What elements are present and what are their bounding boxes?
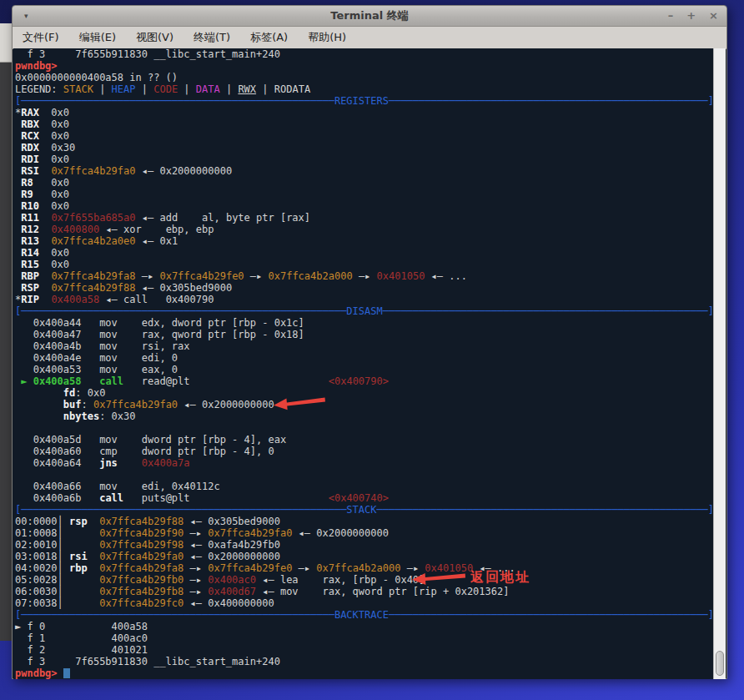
terminal-line: 0x400a4e mov edi, 0 (15, 352, 716, 364)
terminal-line: 06:0030│ 0x7ffca4b29fb8 —▸ 0x400d67 ◂— m… (15, 586, 716, 597)
terminal-line: ► 0x400a58 call read@plt <0x400790> (15, 375, 716, 387)
terminal-line: RSI 0x7ffca4b29fa0 ◂— 0x2000000000 (15, 165, 716, 177)
terminal-line: 07:0038│ 0x7ffca4b29fc0 ◂— 0x400000000 (15, 597, 716, 609)
terminal-line: RBP 0x7ffca4b29fa8 —▸ 0x7ffca4b29fe0 —▸ … (15, 270, 716, 282)
menu-bar: 文件(F) 编辑(E) 视图(V) 终端(T) 标签(A) 帮助(H) (13, 27, 726, 49)
close-button[interactable]: × (709, 6, 718, 26)
terminal-line: 0x400a6b call puts@plt <0x400740> (15, 492, 716, 504)
terminal-line: f 3 7f655b911830 __libc_start_main+240 (15, 656, 716, 667)
terminal-line: 02:0010│ 0x7ffca4b29f98 ◂— 0xafa4b29fb0 (15, 539, 716, 551)
terminal-line: R13 0x7ffca4b2a0e0 ◂— 0x1 (15, 235, 716, 247)
terminal-window: ▾ Terminal 终端 – + × 文件(F) 编辑(E) 视图(V) 终端… (12, 5, 727, 679)
terminal-line: RDX 0x30 (15, 142, 716, 154)
menu-item-terminal[interactable]: 终端(T) (183, 30, 240, 45)
terminal-line: buf: 0x7ffca4b29fa0 ◂— 0x2000000000 (15, 399, 716, 410)
maximize-button[interactable]: + (686, 6, 696, 26)
terminal-line: 00:0000│ rsp 0x7ffca4b29f88 ◂— 0x305bed9… (15, 516, 716, 527)
menu-item-view[interactable]: 视图(V) (126, 30, 183, 45)
terminal-line: R10 0x0 (15, 200, 716, 212)
background-window-edge (0, 23, 12, 641)
terminal-line: 03:0018│ rsi 0x7ffca4b29fa0 ◂— 0x2000000… (15, 551, 716, 562)
terminal-section-header: [───────────────────────────────────────… (15, 504, 716, 516)
window-title: Terminal 终端 (13, 8, 726, 23)
terminal-line: 0x400a4b mov rsi, rax (15, 340, 716, 352)
terminal-line: 0x400a66 mov edi, 0x40112c (15, 481, 716, 492)
terminal-line: LEGEND: STACK | HEAP | CODE | DATA | RWX… (15, 83, 716, 95)
terminal-line: RDI 0x0 (15, 154, 716, 165)
terminal-line: f 3 7f655b911830 __libc_start_main+240 (15, 48, 716, 60)
terminal-line: 0x400a60 cmp dword ptr [rbp - 4], 0 (15, 446, 716, 457)
terminal-line: 0x400a64 jns 0x400a7a (15, 457, 716, 469)
terminal-line: *RAX 0x0 (15, 107, 716, 118)
terminal-cursor (63, 668, 70, 678)
terminal-line: 0x400a5d mov dword ptr [rbp - 4], eax (15, 434, 716, 446)
terminal-line: pwndbg> (15, 667, 716, 679)
terminal-section-header: [───────────────────────────────────────… (15, 305, 716, 317)
terminal-line: ► f 0 400a58 (15, 621, 716, 632)
window-menu-arrow-icon[interactable]: ▾ (24, 12, 28, 20)
terminal-line: R12 0x400800 ◂— xor ebp, ebp (15, 224, 716, 235)
terminal-line: R11 0x7f655ba685a0 ◂— add al, byte ptr [… (15, 212, 716, 224)
terminal-line: fd: 0x0 (15, 387, 716, 399)
terminal-line: 05:0028│ 0x7ffca4b29fb0 —▸ 0x400ac0 ◂— l… (15, 574, 716, 586)
terminal-line (15, 469, 716, 481)
menu-item-help[interactable]: 帮助(H) (298, 30, 356, 45)
terminal-line: f 2 401021 (15, 644, 716, 656)
background-window-edge-top (0, 23, 12, 63)
title-bar[interactable]: ▾ Terminal 终端 – + × (13, 6, 726, 27)
terminal-line: R14 0x0 (15, 247, 716, 259)
terminal-line: R15 0x0 (15, 259, 716, 270)
minimize-button[interactable]: – (668, 6, 674, 26)
terminal-line: 0x400a47 mov rax, qword ptr [rbp - 0x18] (15, 329, 716, 340)
terminal-line: 0x400a53 mov eax, 0 (15, 364, 716, 375)
terminal-section-header: [───────────────────────────────────────… (15, 95, 716, 107)
scrollbar[interactable] (713, 48, 726, 679)
terminal-section-header: [───────────────────────────────────────… (15, 609, 716, 621)
terminal-line: f 1 400ac0 (15, 632, 716, 644)
scrollbar-thumb[interactable] (716, 651, 724, 676)
terminal-line: 0x400a44 mov edx, dword ptr [rbp - 0x1c] (15, 317, 716, 329)
terminal-line: *RIP 0x400a58 ◂— call 0x400790 (15, 294, 716, 305)
terminal-line: RBX 0x0 (15, 118, 716, 130)
menu-item-tabs[interactable]: 标签(A) (240, 30, 298, 45)
menu-item-edit[interactable]: 编辑(E) (69, 30, 126, 45)
menu-item-file[interactable]: 文件(F) (13, 30, 69, 45)
terminal-line: 04:0020│ rbp 0x7ffca4b29fa8 —▸ 0x7ffca4b… (15, 562, 716, 574)
terminal-output[interactable]: f 3 7f655b911830 __libc_start_main+240pw… (13, 48, 716, 679)
terminal-line: RCX 0x0 (15, 130, 716, 142)
terminal-line: RSP 0x7ffca4b29f88 ◂— 0x305bed9000 (15, 282, 716, 294)
terminal-line: 01:0008│ 0x7ffca4b29f90 —▸ 0x7ffca4b29fa… (15, 527, 716, 539)
terminal-line: R8 0x0 (15, 177, 716, 189)
terminal-line: pwndbg> (15, 60, 716, 72)
terminal-line: nbytes: 0x30 (15, 410, 716, 422)
terminal-line (15, 422, 716, 434)
terminal-line: 0x0000000000400a58 in ?? () (15, 72, 716, 83)
terminal-line: R9 0x0 (15, 189, 716, 200)
